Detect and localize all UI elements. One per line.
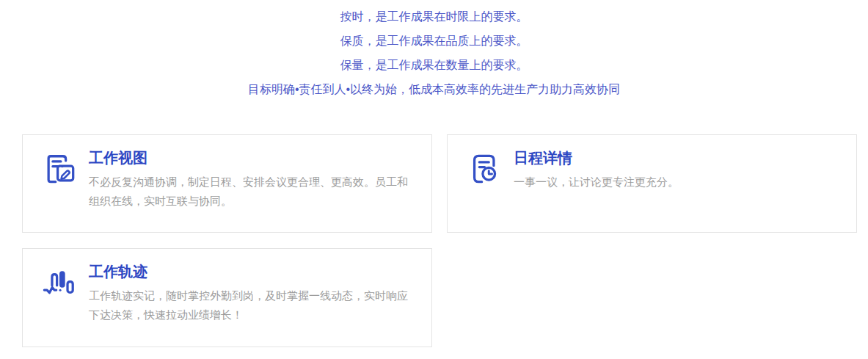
feature-card-work-trajectory: 工作轨迹 工作轨迹实记，随时掌控外勤到岗，及时掌握一线动态，实时响应下达决策，快… [22,248,432,347]
intro-slogan-block: 按时，是工作成果在时限上的要求。 保质，是工作成果在品质上的要求。 保量，是工作… [0,4,868,101]
card-title-schedule-detail: 日程详情 [514,148,840,168]
card-description-work-trajectory: 工作轨迹实记，随时掌控外勤到岗，及时掌握一线动态，实时响应下达决策，快速拉动业绩… [89,286,415,324]
card-title-work-trajectory: 工作轨迹 [89,261,415,282]
intro-line-tagline: 目标明确•责任到人•以终为始，低成本高效率的先进生产力助力高效协同 [0,77,868,101]
card-content: 工作视图 不必反复沟通协调，制定日程、安排会议更合理、更高效。员工和组织在线，实… [89,148,415,211]
card-description-schedule-detail: 一事一议，让讨论更专注更充分。 [514,173,840,192]
document-pencil-icon [43,152,76,186]
intro-line-quality: 保质，是工作成果在品质上的要求。 [0,29,868,53]
intro-line-quantity: 保量，是工作成果在数量上的要求。 [0,53,868,77]
schedule-clock-icon [467,152,501,186]
trajectory-chart-icon [43,266,76,300]
card-description-work-view: 不必反复沟通协调，制定日程、安排会议更合理、更高效。员工和组织在线，实时互联与协… [89,173,415,211]
card-content: 日程详情 一事一议，让讨论更专注更充分。 [514,148,840,192]
feature-card-work-view: 工作视图 不必反复沟通协调，制定日程、安排会议更合理、更高效。员工和组织在线，实… [22,134,432,233]
feature-card-schedule-detail: 日程详情 一事一议，让讨论更专注更充分。 [447,134,857,233]
card-title-work-view: 工作视图 [89,148,415,168]
card-content: 工作轨迹 工作轨迹实记，随时掌控外勤到岗，及时掌握一线动态，实时响应下达决策，快… [89,261,415,324]
intro-line-on-time: 按时，是工作成果在时限上的要求。 [0,4,868,29]
